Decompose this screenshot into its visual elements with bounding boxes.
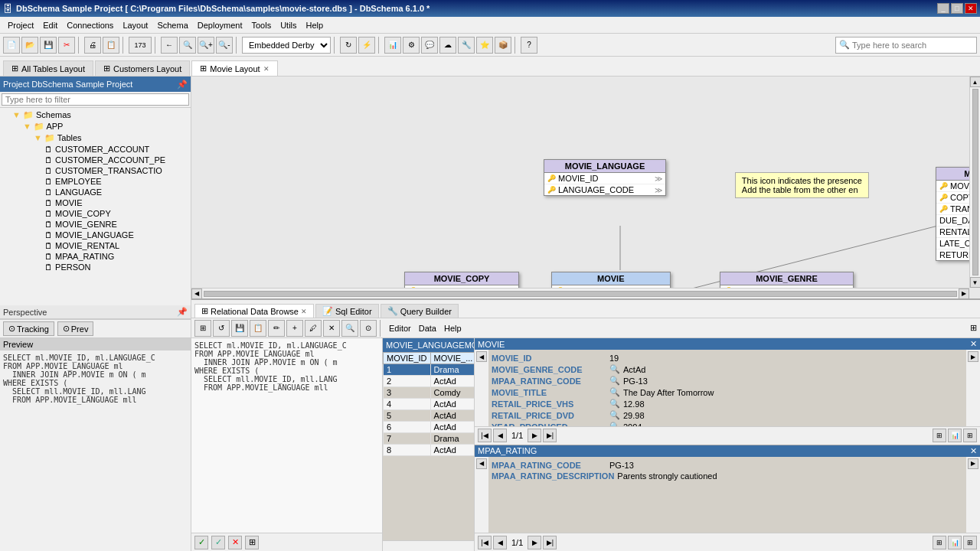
table-row[interactable]: 3ComdyPG-13Something...14.9529.992003 (384, 387, 475, 399)
tab-close-icon[interactable]: ✕ (263, 65, 270, 73)
tool4[interactable]: ⚙ (403, 37, 420, 54)
sidebar-item-mpaa-rating[interactable]: 🗒 MPAA_RATING (2, 251, 189, 262)
movie-next-btn[interactable]: ▶ (528, 429, 541, 442)
table-row[interactable]: 6ActAdPG-13Pirates of ...24.9929.992003 (384, 422, 475, 433)
tab-relational-data[interactable]: ⊞ Relational Data Browse ✕ (194, 304, 314, 318)
zoom-out[interactable]: 🔍- (216, 37, 233, 54)
print-button[interactable]: 🖨 (84, 37, 101, 54)
table-row[interactable]: 4ActAdPG-13The Italia...11.9519.992003 (384, 399, 475, 410)
movie-expand-btn[interactable]: ⊞ (963, 429, 977, 442)
grid-scroll[interactable]: MOVIE_ID MOVIE_... MPAA_... MOVIE_... RE… (383, 352, 474, 540)
sidebar-item-customer-transactio[interactable]: 🗒 CUSTOMER_TRANSACTIO (2, 165, 189, 176)
sidebar-item-customer-account-pe[interactable]: 🗒 CUSTOMER_ACCOUNT_PE (2, 155, 189, 165)
mpaa-next-btn[interactable]: ▶ (528, 536, 541, 549)
print2-button[interactable]: 📋 (103, 37, 119, 54)
sidebar-item-language[interactable]: 🗒 LANGUAGE (2, 187, 189, 197)
scroll-down-btn[interactable]: ▼ (970, 277, 981, 288)
sidebar-item-movie-language[interactable]: 🗒 MOVIE_LANGUAGE (2, 230, 189, 240)
sidebar-filter-input[interactable] (2, 93, 189, 106)
table-row[interactable]: 2ActAdRThe Last S...15.9519.962003 (384, 376, 475, 387)
minimize-button[interactable]: _ (937, 3, 949, 14)
menu-tools[interactable]: Tools (247, 19, 276, 31)
bottom-tool-1[interactable]: ↺ (213, 320, 230, 337)
zoom-in[interactable]: 🔍+ (198, 37, 214, 54)
close-button[interactable]: ✕ (965, 3, 977, 14)
sql-cancel-btn[interactable]: ✕ (228, 536, 242, 549)
bottom-tool-7[interactable]: ✕ (323, 320, 340, 337)
tool9[interactable]: 📦 (495, 37, 511, 54)
menu-project[interactable]: Project (3, 19, 38, 31)
num-btn[interactable]: 173 (129, 37, 152, 54)
scroll-up-btn[interactable]: ▲ (970, 77, 981, 87)
menu-help[interactable]: Help (302, 19, 328, 31)
tool2[interactable]: 🔍 (179, 37, 196, 54)
menu-utils[interactable]: Utils (276, 19, 301, 31)
menu-deployment[interactable]: Deployment (193, 19, 247, 31)
bottom-tool-3[interactable]: 📋 (250, 320, 266, 337)
scroll-right-btn[interactable]: ▶ (959, 289, 969, 299)
mpaa-prev-btn[interactable]: ◀ (493, 536, 507, 549)
mpaa-nav-left-btn[interactable]: ◀ (476, 458, 487, 469)
cut-button[interactable]: ✂ (58, 37, 75, 54)
tree-schemas[interactable]: ▼ 📁 Schemas (2, 109, 189, 121)
sidebar-item-employee[interactable]: 🗒 EMPLOYEE (2, 176, 189, 187)
col-movie-id[interactable]: MOVIE_ID (384, 353, 431, 364)
help-btn[interactable]: ? (521, 37, 537, 54)
tracking-button[interactable]: ⊙ Tracking (3, 321, 54, 336)
table-row[interactable]: 7DramaPG-13Big Fish14.9519.942003 (384, 433, 475, 445)
bottom-tool-expand[interactable]: ⊞ (194, 320, 211, 337)
sidebar-pin-icon[interactable]: 📌 (177, 80, 188, 90)
movie-panel-close[interactable]: ✕ (970, 339, 977, 349)
refresh-btn[interactable]: ↻ (340, 37, 357, 54)
mpaa-expand-btn[interactable]: ⊞ (963, 536, 977, 549)
bottom-tool-9[interactable]: ⊙ (360, 320, 377, 337)
menu-schema[interactable]: Schema (152, 19, 192, 31)
tab-customers[interactable]: ⊞ Customers Layout (95, 60, 190, 76)
tool5[interactable]: 💬 (421, 37, 438, 54)
sidebar-item-customer-account[interactable]: 🗒 CUSTOMER_ACCOUNT (2, 144, 189, 155)
sql-more-btn[interactable]: ⊞ (245, 536, 259, 549)
menu-connections[interactable]: Connections (62, 19, 118, 31)
connect-btn[interactable]: ⚡ (358, 37, 375, 54)
bottom-tool-4[interactable]: ✏ (268, 320, 285, 337)
maximize-button[interactable]: □ (951, 3, 963, 14)
table-row[interactable]: 1DramaRMystic River58.9719.92003 (384, 364, 475, 376)
scroll-left-btn[interactable]: ◀ (191, 289, 202, 299)
movie-nav-up[interactable]: ◀ (476, 351, 487, 362)
tool7[interactable]: 🔧 (458, 37, 475, 54)
sidebar-item-movie-copy[interactable]: 🗒 MOVIE_COPY (2, 208, 189, 219)
new-button[interactable]: 📄 (3, 37, 20, 54)
canvas[interactable]: MOVIE_LANGUAGE 🔑 MOVIE_ID ≫ 🔑 LANGUAGE_C… (191, 77, 980, 298)
mpaa-chart-btn[interactable]: 📊 (948, 536, 962, 549)
movie-first-btn[interactable]: |◀ (478, 429, 492, 442)
mpaa-nav-right-btn[interactable]: ▶ (968, 458, 978, 469)
movie-chart-btn[interactable]: 📊 (948, 429, 962, 442)
movie-nav-down[interactable]: ▶ (968, 351, 978, 362)
tab-sql-editor[interactable]: 📝 Sql Editor (315, 304, 379, 318)
sql-apply-btn[interactable]: ✓ (211, 536, 225, 549)
search-input[interactable] (852, 41, 973, 50)
tool1[interactable]: ← (161, 37, 178, 54)
titlebar-controls[interactable]: _ □ ✕ (937, 3, 977, 14)
sidebar-item-movie[interactable]: 🗒 MOVIE (2, 197, 189, 208)
canvas-vscrollbar[interactable]: ▲ ▼ (969, 77, 980, 288)
sidebar-item-person[interactable]: 🗒 PERSON (2, 262, 189, 272)
menu-layout[interactable]: Layout (118, 19, 152, 31)
scroll-thumb-h[interactable] (204, 291, 957, 297)
tab-all-tables[interactable]: ⊞ All Tables Layout (3, 60, 93, 76)
movie-prev-btn[interactable]: ◀ (493, 429, 507, 442)
expand-icon[interactable]: ≫ (655, 174, 662, 183)
scroll-thumb-v[interactable] (972, 89, 978, 276)
open-button[interactable]: 📂 (21, 37, 38, 54)
sidebar-item-movie-rental[interactable]: 🗒 MOVIE_RENTAL (2, 240, 189, 251)
sql-ok-btn[interactable]: ✓ (194, 536, 208, 549)
tool8[interactable]: ⭐ (476, 37, 493, 54)
perspective-btn[interactable]: 📌 (177, 307, 188, 317)
mpaa-panel-close[interactable]: ✕ (970, 446, 977, 456)
tree-app[interactable]: ▼ 📁 APP (2, 121, 189, 132)
tab-query-builder[interactable]: 🔧 Query Builder (381, 304, 459, 318)
canvas-hscrollbar[interactable]: ◀ ▶ (191, 288, 969, 298)
tab-movie[interactable]: ⊞ Movie Layout ✕ (191, 60, 277, 76)
tool6[interactable]: ☁ (439, 37, 456, 54)
save-button[interactable]: 💾 (40, 37, 57, 54)
